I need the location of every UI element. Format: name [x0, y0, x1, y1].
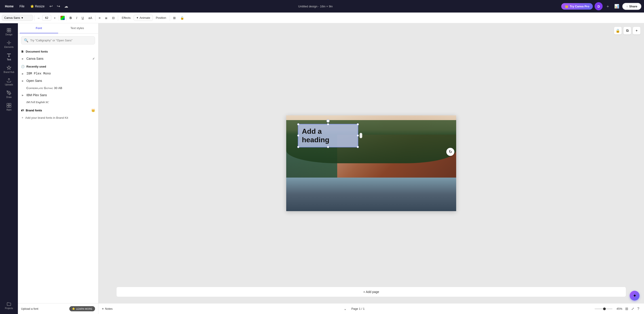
canvas-tools: 🔒 ⧉ + — [614, 27, 640, 34]
font-item-canva-sans[interactable]: ▶ Canva Sans ✓ — [20, 55, 96, 62]
sidebar-item-draw[interactable]: Draw — [1, 88, 17, 100]
resize-handle-tl[interactable] — [297, 123, 300, 126]
show-pages-button[interactable]: ⌄ — [342, 306, 348, 312]
italic-button[interactable]: I — [74, 15, 79, 21]
lock-canvas-button[interactable]: 🔒 — [614, 27, 622, 34]
font-size-decrease[interactable]: – — [36, 15, 41, 21]
resize-handle-bm[interactable] — [327, 146, 329, 148]
animate-button[interactable]: ✦ Animate — [134, 15, 153, 21]
position-button[interactable]: Position — [154, 15, 168, 20]
fullscreen-button[interactable]: ⤢ — [630, 306, 635, 312]
home-button[interactable]: Home — [3, 3, 16, 10]
zoom-slider[interactable] — [594, 308, 612, 309]
topbar: Home File ⭐ Resize ↩ ↪ ☁ Untitled design… — [0, 0, 644, 12]
design-icon — [6, 28, 12, 33]
sidebar-item-design[interactable]: Design — [1, 26, 17, 38]
draw-icon — [6, 90, 12, 95]
bottom-center: ⌄ Page 1 / 1 — [342, 306, 364, 312]
search-icon: 🔍 — [24, 38, 28, 42]
notes-button[interactable]: ≡ Notes — [102, 307, 113, 310]
brand-hub-label: Brand Hub — [4, 71, 14, 73]
font-item-ibm-plex-sans[interactable]: ▶ IBM Plex Sans — [20, 92, 96, 99]
zoom-thumb — [603, 308, 606, 310]
try-pro-button[interactable]: 👑 Try Canva Pro — [561, 3, 593, 10]
add-canvas-button[interactable]: + — [633, 27, 640, 34]
sidebar-item-elements[interactable]: Elements — [1, 38, 17, 50]
separator-5 — [118, 15, 118, 20]
checkmark-icon: ✓ — [92, 57, 95, 60]
panel-content: 🗎 Document fonts ▶ Canva Sans ✓ 🕐 Recent… — [18, 47, 98, 303]
align-left-button[interactable]: ≡ — [97, 15, 102, 21]
magic-ai-button[interactable]: ✦ — [630, 291, 640, 300]
add-page-bar[interactable]: + Add page — [116, 287, 626, 297]
bottom-bar: ≡ Notes ⌄ Page 1 / 1 45% ⊞ ⤢ ? — [98, 303, 644, 314]
side-resize-handle[interactable] — [360, 133, 362, 138]
resize-handle-ml[interactable] — [297, 134, 300, 137]
help-button[interactable]: ? — [636, 306, 640, 312]
plus-button[interactable]: ＋ — [604, 2, 611, 10]
notes-icon: ≡ — [102, 307, 104, 310]
save-cloud-button[interactable]: ☁ — [63, 2, 70, 10]
align-indent-button[interactable]: ⊟ — [110, 15, 116, 21]
grid-view-button[interactable]: ⊞ — [624, 306, 629, 312]
sidebar-item-brand-hub[interactable]: Brand Hub — [1, 64, 17, 75]
expand-placeholder — [21, 86, 24, 90]
font-item-ibm-plex-mono[interactable]: ▶ IBM Plex Mono — [20, 70, 96, 77]
heading-textbox[interactable]: Add a heading — [298, 124, 358, 148]
resize-handle-tm[interactable] — [327, 123, 329, 126]
expand-icon: ▶ — [21, 72, 24, 75]
color-picker[interactable] — [60, 16, 65, 20]
font-size-increase[interactable]: + — [52, 15, 58, 21]
sidebar-item-projects[interactable]: Projects — [1, 300, 17, 311]
sidebar-item-uploads[interactable]: Uploads — [1, 76, 17, 88]
font-search-input[interactable] — [30, 39, 92, 42]
font-item-copperplate[interactable]: Copperplate Gothic 30 AB — [20, 84, 96, 92]
resize-handle-tr[interactable] — [357, 123, 359, 126]
font-selector-label: Canva Sans — [4, 16, 20, 20]
mosaic-button[interactable]: ⊞ — [171, 15, 178, 21]
resize-handle-mr[interactable] — [357, 134, 359, 137]
canvas-rotate-button[interactable]: ↻ — [446, 148, 454, 156]
font-item-open-sans[interactable]: ▶ Open Sans — [20, 77, 96, 84]
resize-handle-bl[interactable] — [297, 146, 300, 148]
resize-handle-br[interactable] — [357, 146, 359, 148]
underline-button[interactable]: U — [80, 15, 86, 21]
separator-2 — [59, 15, 59, 20]
font-size-input[interactable] — [42, 15, 51, 20]
text-icon — [6, 53, 12, 58]
canvas-frame: Add a heading ↻ — [286, 116, 456, 211]
projects-icon — [6, 302, 12, 306]
topbar-left: Home File ⭐ Resize ↩ ↪ ☁ — [3, 2, 70, 10]
bold-button[interactable]: B — [68, 15, 74, 21]
star-icon: ⭐ — [30, 4, 34, 8]
heading-text[interactable]: Add a heading — [302, 127, 354, 144]
undo-button[interactable]: ↩ — [48, 2, 54, 10]
sidebar-item-apps[interactable]: Apps — [1, 101, 17, 113]
design-label: Design — [5, 33, 12, 36]
expand-icon: ▶ — [21, 93, 24, 97]
font-selector[interactable]: Canva Sans ▾ — [2, 15, 33, 21]
analytics-button[interactable]: 📊 — [613, 2, 620, 10]
align-list-button[interactable]: ≣ — [103, 15, 109, 21]
search-input-wrap: 🔍 — [21, 36, 95, 44]
share-button[interactable]: ↑ Share — [622, 3, 641, 10]
case-button[interactable]: aA — [86, 15, 94, 21]
duplicate-canvas-button[interactable]: ⧉ — [624, 27, 631, 34]
learn-more-button[interactable]: ⭐ LEARN MORE — [69, 306, 95, 311]
redo-button[interactable]: ↪ — [56, 2, 62, 10]
svg-rect-7 — [7, 106, 9, 107]
effects-button[interactable]: Effects — [120, 15, 133, 20]
page-indicator: Page 1 / 1 — [351, 307, 364, 310]
sidebar-item-text[interactable]: Text — [1, 51, 17, 62]
tab-text-styles[interactable]: Text styles — [58, 23, 96, 33]
font-item-im-fell[interactable]: IM Fell English SC — [20, 99, 96, 106]
resize-button[interactable]: ⭐ Resize — [28, 3, 47, 10]
panel-footer: Upload a font ⭐ LEARN MORE — [18, 303, 98, 314]
file-button[interactable]: File — [17, 3, 27, 10]
add-brand-fonts-button[interactable]: ＋ Add your brand fonts in Brand Kit — [20, 114, 96, 122]
lock-button[interactable]: 🔒 — [178, 15, 186, 21]
rotate-handle[interactable] — [326, 120, 330, 122]
separator-4 — [95, 15, 96, 20]
avatar-button[interactable]: D — [594, 2, 603, 10]
tab-font[interactable]: Font — [20, 23, 58, 33]
